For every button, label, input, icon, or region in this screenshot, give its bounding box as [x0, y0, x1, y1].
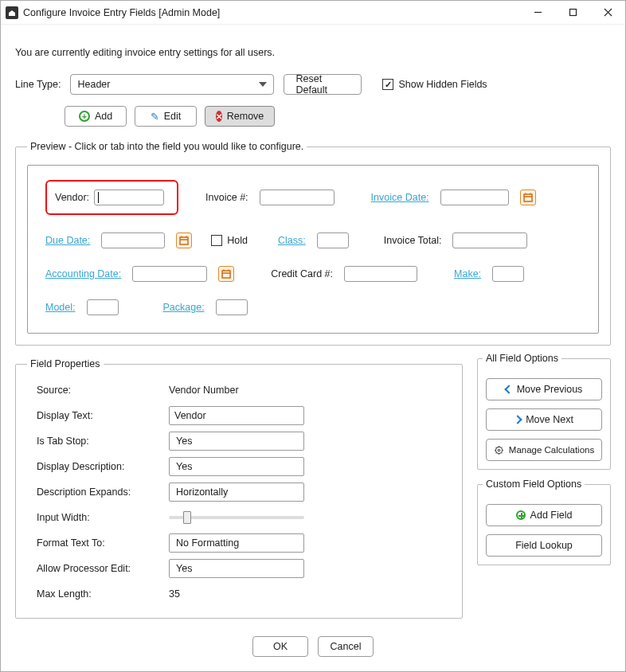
cancel-button[interactable]: Cancel: [318, 636, 374, 657]
checkbox-checked-icon: ✓: [382, 79, 393, 90]
field-properties-group: Field Properties Source: Vendor Number D…: [15, 358, 463, 619]
slider-thumb[interactable]: [183, 511, 191, 524]
accounting-date-label[interactable]: Accounting Date:: [45, 268, 121, 279]
app-icon: [6, 6, 18, 19]
edit-button[interactable]: ✎ Edit: [135, 106, 197, 127]
max-length-label: Max Length:: [37, 588, 162, 600]
format-text-to-dropdown[interactable]: No Formatting: [169, 533, 304, 553]
preview-legend: Preview - Click or tab into the field yo…: [27, 141, 307, 152]
field-lookup-button[interactable]: Field Lookup: [486, 534, 602, 557]
max-length-value: 35: [169, 588, 180, 600]
show-hidden-checkbox[interactable]: ✓ Show Hidden Fields: [382, 79, 487, 90]
display-text-input[interactable]: Vendor: [169, 406, 304, 425]
allow-processor-edit-dropdown[interactable]: Yes: [169, 559, 304, 578]
all-field-options-legend: All Field Options: [483, 353, 561, 364]
model-label[interactable]: Model:: [45, 302, 76, 313]
svg-rect-12: [222, 271, 230, 278]
package-label[interactable]: Package:: [163, 302, 205, 313]
invoice-no-input[interactable]: [260, 189, 335, 205]
custom-field-options-legend: Custom Field Options: [483, 479, 585, 490]
plus-icon: +: [79, 111, 90, 122]
due-date-calendar-button[interactable]: [176, 232, 192, 248]
accounting-date-input[interactable]: [132, 266, 207, 282]
is-tab-stop-dropdown[interactable]: Yes: [169, 432, 304, 451]
field-properties-legend: Field Properties: [27, 358, 104, 369]
vendor-input[interactable]: [94, 189, 164, 205]
invoice-date-calendar-button[interactable]: [520, 189, 536, 205]
custom-field-options-group: Custom Field Options Add Field Field Loo…: [477, 484, 611, 565]
add-field-button[interactable]: Add Field: [486, 504, 602, 526]
svg-point-16: [495, 447, 502, 453]
line-type-dropdown[interactable]: Header: [70, 74, 274, 95]
credit-card-no-input[interactable]: [344, 266, 417, 282]
accounting-date-calendar-button[interactable]: [218, 266, 234, 282]
package-input[interactable]: [216, 299, 248, 315]
svg-line-22: [495, 447, 496, 447]
allow-processor-edit-label: Allow Processor Edit:: [37, 563, 162, 574]
ok-button[interactable]: OK: [252, 636, 308, 657]
preview-group: Preview - Click or tab into the field yo…: [15, 141, 611, 346]
display-description-dropdown[interactable]: Yes: [169, 457, 304, 476]
info-text: You are currently editing invoice entry …: [15, 33, 611, 74]
class-label[interactable]: Class:: [278, 235, 306, 246]
line-type-label: Line Type:: [15, 79, 61, 90]
window: Configure Invoice Entry Fields [Admin Mo…: [0, 0, 626, 672]
credit-card-no-label[interactable]: Credit Card #:: [271, 268, 333, 279]
vendor-label: Vendor:: [55, 192, 89, 203]
chevron-right-icon: [513, 415, 522, 424]
invoice-date-input[interactable]: [440, 189, 509, 205]
invoice-total-label[interactable]: Invoice Total:: [384, 235, 442, 246]
make-label[interactable]: Make:: [454, 268, 481, 279]
svg-line-25: [495, 452, 496, 453]
titlebar: Configure Invoice Entry Fields [Admin Mo…: [1, 1, 625, 25]
minimize-button[interactable]: [520, 1, 555, 25]
display-description-label: Display Description:: [37, 461, 162, 472]
display-text-label: Display Text:: [37, 410, 162, 421]
svg-line-24: [501, 447, 502, 447]
close-button[interactable]: [590, 1, 625, 25]
pencil-icon: ✎: [151, 111, 159, 123]
description-expands-dropdown[interactable]: Horizontally: [169, 483, 304, 502]
gear-icon: [494, 445, 504, 455]
maximize-button[interactable]: [555, 1, 590, 25]
manage-calculations-button[interactable]: Manage Calculations: [486, 439, 602, 461]
line-type-value: Header: [77, 79, 110, 90]
all-field-options-group: All Field Options Move Previous Move Nex…: [477, 358, 611, 470]
svg-rect-1: [569, 10, 576, 16]
model-input[interactable]: [87, 299, 119, 315]
checkbox-unchecked-icon: [211, 235, 222, 246]
chevron-down-icon: [259, 82, 267, 87]
move-next-button[interactable]: Move Next: [486, 408, 602, 431]
invoice-date-label[interactable]: Invoice Date:: [371, 192, 429, 203]
chevron-left-icon: [504, 385, 513, 393]
plus-icon: [516, 510, 526, 520]
add-button[interactable]: + Add: [65, 106, 127, 127]
remove-button[interactable]: ✕ Remove: [205, 106, 275, 127]
source-value: Vendor Number: [169, 385, 239, 396]
input-width-label: Input Width:: [37, 512, 162, 523]
svg-rect-4: [524, 194, 532, 201]
svg-rect-8: [180, 237, 188, 244]
due-date-label[interactable]: Due Date:: [45, 235, 90, 246]
invoice-no-label[interactable]: Invoice #:: [205, 192, 248, 203]
source-label: Source:: [37, 385, 162, 396]
hold-checkbox[interactable]: Hold: [211, 235, 248, 246]
description-expands-label: Description Expands:: [37, 486, 162, 498]
format-text-to-label: Format Text To:: [37, 537, 162, 549]
reset-default-button[interactable]: Reset Default: [284, 74, 362, 95]
input-width-slider[interactable]: [169, 516, 304, 519]
due-date-input[interactable]: [101, 232, 165, 248]
move-previous-button[interactable]: Move Previous: [486, 378, 602, 400]
svg-point-17: [498, 449, 500, 451]
preview-field-vendor-selected[interactable]: Vendor:: [45, 180, 178, 215]
is-tab-stop-label: Is Tab Stop:: [37, 436, 162, 447]
window-title: Configure Invoice Entry Fields [Admin Mo…: [23, 7, 220, 18]
svg-line-23: [501, 452, 502, 453]
make-input[interactable]: [492, 266, 524, 282]
x-icon: ✕: [216, 111, 222, 122]
class-input[interactable]: [317, 232, 349, 248]
invoice-total-input[interactable]: [452, 232, 527, 248]
